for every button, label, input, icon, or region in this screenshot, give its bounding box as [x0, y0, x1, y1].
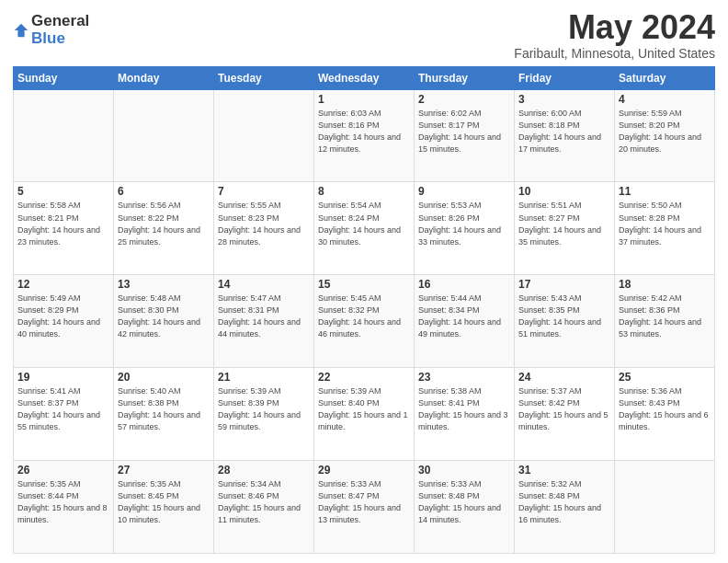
day-info: Sunrise: 5:35 AMSunset: 8:44 PMDaylight:…	[17, 478, 109, 526]
calendar-cell: 28Sunrise: 5:34 AMSunset: 8:46 PMDayligh…	[214, 461, 314, 554]
page: General Blue May 2024 Faribault, Minneso…	[0, 0, 728, 563]
calendar-cell: 29Sunrise: 5:33 AMSunset: 8:47 PMDayligh…	[314, 461, 415, 554]
weekday-header-saturday: Saturday	[615, 66, 715, 89]
day-number: 27	[118, 464, 210, 477]
day-info: Sunrise: 5:36 AMSunset: 8:43 PMDaylight:…	[619, 385, 711, 433]
weekday-header-tuesday: Tuesday	[214, 66, 314, 89]
title-area: May 2024 Faribault, Minnesota, United St…	[514, 9, 715, 61]
calendar-cell: 9Sunrise: 5:53 AMSunset: 8:26 PMDaylight…	[415, 182, 515, 275]
logo-icon	[13, 22, 29, 39]
day-info: Sunrise: 6:03 AMSunset: 8:16 PMDaylight:…	[318, 108, 410, 155]
day-info: Sunrise: 5:55 AMSunset: 8:23 PMDaylight:…	[218, 200, 310, 247]
subtitle: Faribault, Minnesota, United States	[514, 46, 715, 61]
day-number: 18	[619, 278, 711, 291]
logo-blue: Blue	[31, 30, 89, 48]
calendar-cell: 22Sunrise: 5:39 AMSunset: 8:40 PMDayligh…	[314, 368, 415, 461]
day-info: Sunrise: 5:49 AMSunset: 8:29 PMDaylight:…	[17, 293, 109, 340]
day-number: 31	[518, 464, 610, 477]
day-info: Sunrise: 5:32 AMSunset: 8:48 PMDaylight:…	[518, 478, 610, 526]
week-row-4: 19Sunrise: 5:41 AMSunset: 8:37 PMDayligh…	[14, 368, 715, 461]
calendar-cell: 17Sunrise: 5:43 AMSunset: 8:35 PMDayligh…	[515, 275, 615, 368]
day-number: 20	[118, 371, 210, 384]
week-row-3: 12Sunrise: 5:49 AMSunset: 8:29 PMDayligh…	[14, 275, 715, 368]
calendar-cell	[14, 89, 114, 182]
calendar-cell: 1Sunrise: 6:03 AMSunset: 8:16 PMDaylight…	[314, 89, 415, 182]
day-number: 2	[418, 93, 510, 106]
day-number: 21	[218, 371, 310, 384]
day-info: Sunrise: 5:35 AMSunset: 8:45 PMDaylight:…	[118, 478, 210, 526]
day-info: Sunrise: 5:48 AMSunset: 8:30 PMDaylight:…	[118, 293, 210, 340]
day-number: 5	[17, 185, 109, 198]
calendar-cell: 27Sunrise: 5:35 AMSunset: 8:45 PMDayligh…	[114, 461, 214, 554]
calendar-cell: 14Sunrise: 5:47 AMSunset: 8:31 PMDayligh…	[214, 275, 314, 368]
logo: General Blue	[13, 13, 89, 47]
calendar-cell	[615, 461, 715, 554]
day-info: Sunrise: 5:37 AMSunset: 8:42 PMDaylight:…	[518, 385, 610, 433]
day-info: Sunrise: 5:43 AMSunset: 8:35 PMDaylight:…	[518, 293, 610, 340]
logo-general: General	[31, 13, 89, 30]
header: General Blue May 2024 Faribault, Minneso…	[13, 9, 715, 61]
calendar-cell: 30Sunrise: 5:33 AMSunset: 8:48 PMDayligh…	[415, 461, 515, 554]
weekday-header-wednesday: Wednesday	[314, 66, 415, 89]
calendar-cell: 12Sunrise: 5:49 AMSunset: 8:29 PMDayligh…	[14, 275, 114, 368]
calendar-table: SundayMondayTuesdayWednesdayThursdayFrid…	[13, 66, 715, 554]
day-number: 17	[518, 278, 610, 291]
weekday-header-friday: Friday	[515, 66, 615, 89]
calendar-cell: 20Sunrise: 5:40 AMSunset: 8:38 PMDayligh…	[114, 368, 214, 461]
calendar-cell: 13Sunrise: 5:48 AMSunset: 8:30 PMDayligh…	[114, 275, 214, 368]
day-info: Sunrise: 5:33 AMSunset: 8:48 PMDaylight:…	[418, 478, 510, 526]
svg-marker-0	[15, 23, 28, 36]
day-info: Sunrise: 5:54 AMSunset: 8:24 PMDaylight:…	[318, 200, 410, 247]
day-info: Sunrise: 6:02 AMSunset: 8:17 PMDaylight:…	[418, 108, 510, 155]
day-number: 4	[619, 93, 711, 106]
week-row-2: 5Sunrise: 5:58 AMSunset: 8:21 PMDaylight…	[14, 182, 715, 275]
day-info: Sunrise: 5:39 AMSunset: 8:40 PMDaylight:…	[318, 385, 410, 433]
day-number: 12	[17, 278, 109, 291]
calendar-body: 1Sunrise: 6:03 AMSunset: 8:16 PMDaylight…	[14, 89, 715, 553]
day-number: 28	[218, 464, 310, 477]
calendar-cell: 5Sunrise: 5:58 AMSunset: 8:21 PMDaylight…	[14, 182, 114, 275]
day-number: 15	[318, 278, 410, 291]
day-number: 29	[318, 464, 410, 477]
day-number: 1	[318, 93, 410, 106]
calendar-cell: 10Sunrise: 5:51 AMSunset: 8:27 PMDayligh…	[515, 182, 615, 275]
week-row-1: 1Sunrise: 6:03 AMSunset: 8:16 PMDaylight…	[14, 89, 715, 182]
day-number: 24	[518, 371, 610, 384]
day-info: Sunrise: 5:59 AMSunset: 8:20 PMDaylight:…	[619, 108, 711, 155]
week-row-5: 26Sunrise: 5:35 AMSunset: 8:44 PMDayligh…	[14, 461, 715, 554]
weekday-header-monday: Monday	[114, 66, 214, 89]
calendar-cell: 24Sunrise: 5:37 AMSunset: 8:42 PMDayligh…	[515, 368, 615, 461]
day-info: Sunrise: 5:39 AMSunset: 8:39 PMDaylight:…	[218, 385, 310, 433]
calendar-cell: 8Sunrise: 5:54 AMSunset: 8:24 PMDaylight…	[314, 182, 415, 275]
day-number: 25	[619, 371, 711, 384]
day-info: Sunrise: 5:56 AMSunset: 8:22 PMDaylight:…	[118, 200, 210, 247]
weekday-header-thursday: Thursday	[415, 66, 515, 89]
calendar-cell: 31Sunrise: 5:32 AMSunset: 8:48 PMDayligh…	[515, 461, 615, 554]
calendar-cell: 26Sunrise: 5:35 AMSunset: 8:44 PMDayligh…	[14, 461, 114, 554]
calendar-cell: 3Sunrise: 6:00 AMSunset: 8:18 PMDaylight…	[515, 89, 615, 182]
day-number: 23	[418, 371, 510, 384]
calendar-cell	[114, 89, 214, 182]
main-title: May 2024	[514, 9, 715, 46]
weekday-header-row: SundayMondayTuesdayWednesdayThursdayFrid…	[14, 66, 715, 89]
calendar-cell: 23Sunrise: 5:38 AMSunset: 8:41 PMDayligh…	[415, 368, 515, 461]
calendar-cell: 4Sunrise: 5:59 AMSunset: 8:20 PMDaylight…	[615, 89, 715, 182]
day-number: 8	[318, 185, 410, 198]
calendar-cell: 16Sunrise: 5:44 AMSunset: 8:34 PMDayligh…	[415, 275, 515, 368]
day-number: 3	[518, 93, 610, 106]
day-number: 13	[118, 278, 210, 291]
day-info: Sunrise: 5:34 AMSunset: 8:46 PMDaylight:…	[218, 478, 310, 526]
calendar-cell: 18Sunrise: 5:42 AMSunset: 8:36 PMDayligh…	[615, 275, 715, 368]
calendar-header: SundayMondayTuesdayWednesdayThursdayFrid…	[14, 66, 715, 89]
day-info: Sunrise: 5:38 AMSunset: 8:41 PMDaylight:…	[418, 385, 510, 433]
day-number: 19	[17, 371, 109, 384]
day-number: 14	[218, 278, 310, 291]
day-number: 26	[17, 464, 109, 477]
calendar-cell: 25Sunrise: 5:36 AMSunset: 8:43 PMDayligh…	[615, 368, 715, 461]
day-info: Sunrise: 5:41 AMSunset: 8:37 PMDaylight:…	[17, 385, 109, 433]
calendar-cell: 7Sunrise: 5:55 AMSunset: 8:23 PMDaylight…	[214, 182, 314, 275]
logo-text: General Blue	[31, 13, 89, 47]
day-number: 7	[218, 185, 310, 198]
day-info: Sunrise: 5:58 AMSunset: 8:21 PMDaylight:…	[17, 200, 109, 247]
calendar-cell: 15Sunrise: 5:45 AMSunset: 8:32 PMDayligh…	[314, 275, 415, 368]
